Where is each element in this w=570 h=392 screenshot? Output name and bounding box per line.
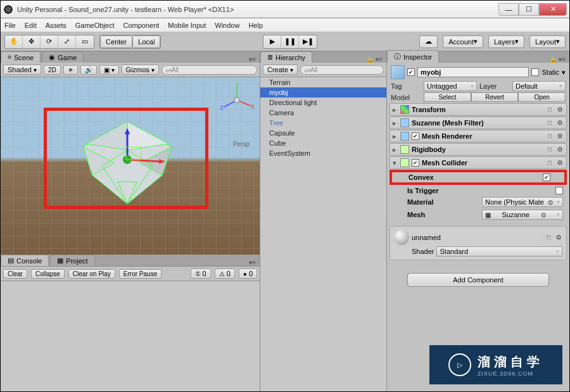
component-rigidbody[interactable]: ▸ Rigidbody □✿: [390, 143, 567, 156]
help-icon[interactable]: □: [546, 146, 554, 153]
scene-viewport[interactable]: y x z Persp: [1, 77, 260, 255]
tab-hierarchy[interactable]: ≣Hierarchy: [260, 51, 312, 63]
pivot-center-button[interactable]: Center: [100, 35, 132, 48]
rect-tool-button[interactable]: ▭: [76, 35, 94, 48]
gizmos-dropdown[interactable]: Gizmos ▾: [122, 65, 159, 75]
menu-gameobject[interactable]: GameObject: [75, 22, 115, 29]
help-icon[interactable]: □: [546, 159, 554, 167]
console-warning-count[interactable]: ⚠ 0: [215, 269, 235, 279]
menu-component[interactable]: Component: [123, 22, 159, 29]
model-open-button[interactable]: Open: [518, 92, 566, 102]
hierarchy-item-capsule[interactable]: Capsule: [260, 128, 386, 138]
shading-dropdown[interactable]: Shaded ▾: [3, 65, 41, 75]
hierarchy-search-input[interactable]: ᔕAll: [300, 65, 384, 75]
tab-scene[interactable]: ⌗Scene: [1, 51, 41, 63]
component-transform[interactable]: ▸ Transform □✿: [390, 103, 567, 116]
console-clear-button[interactable]: Clear: [3, 269, 27, 279]
hand-tool-button[interactable]: ✋: [5, 35, 23, 48]
menu-window[interactable]: Window: [215, 22, 239, 29]
component-mesh-filter[interactable]: ▸ Suzanne (Mesh Filter) □✿: [390, 117, 567, 129]
gameobject-name-input[interactable]: [417, 67, 529, 77]
inspector-lock-icon[interactable]: 🔒 ▾≡: [440, 56, 569, 63]
rotate-tool-button[interactable]: ⟳: [41, 35, 58, 48]
component-mesh-renderer[interactable]: ▸ Mesh Renderer □✿: [390, 130, 567, 142]
tab-inspector[interactable]: ⓘInspector: [387, 50, 439, 63]
menu-file[interactable]: File: [4, 22, 16, 29]
convex-checkbox[interactable]: [543, 174, 550, 181]
hierarchy-item-camera[interactable]: Camera: [260, 108, 386, 118]
scene-panel-menu[interactable]: ▾≡: [85, 56, 260, 63]
pause-button[interactable]: ❚❚: [281, 35, 299, 48]
window-minimize-button[interactable]: —: [498, 3, 519, 16]
svg-text:x: x: [251, 103, 255, 110]
console-info-count[interactable]: ① 0: [191, 269, 211, 279]
window-maximize-button[interactable]: ☐: [519, 3, 539, 16]
hierarchy-item-myobj[interactable]: myobj: [260, 87, 386, 98]
component-mesh-collider[interactable]: ▾ Mesh Collider □✿: [390, 156, 567, 169]
gameobject-active-checkbox[interactable]: [407, 68, 415, 76]
console-panel-menu[interactable]: ▾≡: [96, 259, 260, 266]
move-tool-button[interactable]: ✥: [23, 35, 41, 48]
scene-audio-toggle[interactable]: 🔊: [80, 65, 97, 75]
help-icon[interactable]: □: [546, 119, 554, 127]
mesh-field[interactable]: ▦Suzanne⊙: [482, 210, 563, 220]
gear-icon[interactable]: ✿: [556, 146, 564, 153]
orientation-gizmo[interactable]: y x z: [219, 82, 255, 118]
material-label: Material: [407, 198, 482, 206]
menu-help[interactable]: Help: [248, 22, 263, 29]
window-close-button[interactable]: ✕: [539, 3, 567, 16]
hierarchy-item-cube[interactable]: Cube: [260, 138, 386, 148]
play-button[interactable]: ▶: [263, 35, 281, 48]
hierarchy-item-directional-light[interactable]: Directional light: [260, 98, 386, 108]
mesh-renderer-checkbox[interactable]: [412, 132, 419, 140]
scale-tool-button[interactable]: ⤢: [58, 35, 76, 48]
menu-edit[interactable]: Edit: [25, 22, 37, 29]
console-error-pause-toggle[interactable]: Error Pause: [119, 269, 162, 279]
hierarchy-item-eventsystem[interactable]: EventSystem: [260, 148, 386, 158]
gear-icon[interactable]: ✿: [556, 132, 564, 140]
layout-dropdown[interactable]: Layout ▾: [529, 35, 566, 48]
hierarchy-create-dropdown[interactable]: Create ▾: [263, 65, 298, 75]
is-trigger-checkbox[interactable]: [555, 187, 563, 194]
shader-dropdown[interactable]: Standard: [436, 246, 562, 256]
hierarchy-lock-icon[interactable]: 🔒 ▾≡: [314, 56, 386, 63]
hierarchy-item-tree[interactable]: Tree: [260, 118, 386, 128]
help-icon[interactable]: □: [546, 106, 554, 113]
menu-assets[interactable]: Assets: [46, 22, 66, 29]
scene-search-input[interactable]: ᔕAll: [162, 65, 257, 75]
gear-icon[interactable]: ✿: [555, 234, 562, 241]
add-component-button[interactable]: Add Component: [407, 273, 549, 287]
scene-fx-toggle[interactable]: ▣ ▾: [99, 65, 119, 75]
tab-game[interactable]: ◉Game: [42, 51, 84, 63]
static-checkbox[interactable]: [531, 68, 539, 76]
gear-icon[interactable]: ✿: [556, 106, 564, 113]
tab-console[interactable]: ▤Console: [1, 255, 49, 266]
mesh-collider-checkbox[interactable]: [412, 159, 419, 167]
gear-icon[interactable]: ✿: [556, 159, 564, 167]
tag-dropdown[interactable]: Untagged: [424, 81, 477, 91]
pivot-local-button[interactable]: Local: [132, 35, 160, 48]
console-body[interactable]: [1, 281, 260, 391]
cloud-button[interactable]: ☁: [419, 35, 438, 48]
step-button[interactable]: ▶❚: [299, 35, 317, 48]
menu-mobile-input[interactable]: Mobile Input: [168, 22, 206, 29]
model-revert-button[interactable]: Revert: [471, 92, 519, 102]
physic-material-field[interactable]: None (Physic Mate⊙: [482, 197, 563, 207]
console-collapse-toggle[interactable]: Collapse: [31, 269, 65, 279]
main-toolbar: ✋ ✥ ⟳ ⤢ ▭ Center Local ▶ ❚❚ ▶❚ ☁ Account…: [1, 32, 569, 51]
mode-2d-toggle[interactable]: 2D: [44, 65, 61, 75]
console-clear-on-play-toggle[interactable]: Clear on Play: [68, 269, 115, 279]
hierarchy-list[interactable]: Terrain myobj Directional light Camera T…: [260, 77, 386, 391]
layer-dropdown[interactable]: Default: [512, 81, 566, 91]
scene-lighting-toggle[interactable]: ☀: [63, 65, 78, 75]
gameobject-icon[interactable]: [391, 65, 405, 79]
help-icon[interactable]: □: [546, 132, 554, 140]
tab-project[interactable]: ▦Project: [50, 255, 94, 266]
layers-dropdown[interactable]: Layers ▾: [488, 35, 524, 48]
hierarchy-item-terrain[interactable]: Terrain: [260, 77, 386, 87]
gear-icon[interactable]: ✿: [556, 119, 564, 127]
model-select-button[interactable]: Select: [424, 92, 471, 102]
account-dropdown[interactable]: Account ▾: [443, 35, 483, 48]
console-error-count[interactable]: ● 0: [239, 269, 257, 279]
help-icon[interactable]: □: [545, 234, 552, 241]
